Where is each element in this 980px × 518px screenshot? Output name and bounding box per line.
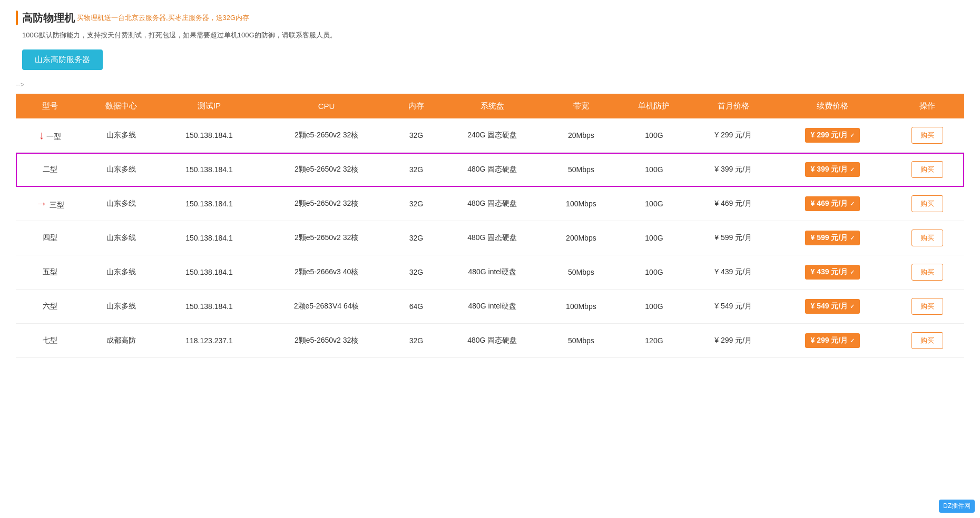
renewal-price-tag: ¥ 599 元/月 ✓: [805, 231, 860, 245]
cell-disk: 240G 固态硬盘: [439, 118, 545, 153]
page-title: 高防物理机: [22, 11, 75, 25]
col-header-renewal: 续费价格: [776, 94, 890, 118]
check-icon: ✓: [850, 235, 855, 242]
cell-action[interactable]: 购买: [890, 255, 964, 290]
cell-memory: 32G: [393, 221, 439, 255]
subtitle-text: 100G默认防御能力，支持按天付费测试，打死包退，如果需要超过单机100G的防御…: [22, 31, 964, 40]
table-row: 七型 成都高防 118.123.237.1 2颗e5-2650v2 32核 32…: [16, 324, 964, 358]
col-header-testip: 测试IP: [159, 94, 260, 118]
check-icon: ✓: [850, 269, 855, 276]
cell-protection: 100G: [617, 290, 691, 324]
cell-model: → 三型: [16, 187, 84, 221]
cell-action[interactable]: 购买: [890, 324, 964, 358]
cell-cpu: 2颗e5-2650v2 32核: [260, 187, 393, 221]
product-table: 型号 数据中心 测试IP CPU 内存 系统盘 带宽 单机防护 首月价格 续费价…: [16, 94, 964, 358]
buy-button[interactable]: 购买: [912, 264, 943, 281]
cell-renewal: ¥ 439 元/月 ✓: [776, 255, 890, 290]
buy-button[interactable]: 购买: [912, 298, 943, 315]
cell-memory: 32G: [393, 118, 439, 153]
cell-action[interactable]: 购买: [890, 118, 964, 153]
product-table-wrapper: 型号 数据中心 测试IP CPU 内存 系统盘 带宽 单机防护 首月价格 续费价…: [16, 94, 964, 358]
check-icon: ✓: [850, 166, 855, 173]
col-header-memory: 内存: [393, 94, 439, 118]
cell-model: 五型: [16, 255, 84, 290]
cell-testip: 118.123.237.1: [159, 324, 260, 358]
shandong-server-button[interactable]: 山东高防服务器: [22, 49, 103, 70]
table-row: ↓ 一型 山东多线 150.138.184.1 2颗e5-2650v2 32核 …: [16, 118, 964, 153]
cell-memory: 32G: [393, 187, 439, 221]
arrow-left-icon: →: [36, 197, 47, 210]
buy-button[interactable]: 购买: [912, 127, 943, 144]
cell-renewal: ¥ 299 元/月 ✓: [776, 324, 890, 358]
page-header: 高防物理机 买物理机送一台北京云服务器,买枣庄服务器，送32G内存: [16, 11, 964, 25]
cell-model: 四型: [16, 221, 84, 255]
renewal-price-tag: ¥ 549 元/月 ✓: [805, 299, 860, 314]
buy-button[interactable]: 购买: [912, 332, 943, 349]
check-icon: ✓: [850, 201, 855, 207]
table-row: 二型 山东多线 150.138.184.1 2颗e5-2650v2 32核 32…: [16, 153, 964, 187]
cell-disk: 480G intel硬盘: [439, 255, 545, 290]
cell-testip: 150.138.184.1: [159, 290, 260, 324]
cell-action[interactable]: 购买: [890, 153, 964, 187]
cell-datacenter: 山东多线: [84, 118, 159, 153]
cell-bandwidth: 50Mbps: [545, 153, 617, 187]
cell-datacenter: 山东多线: [84, 187, 159, 221]
cell-memory: 32G: [393, 324, 439, 358]
cell-model: ↓ 一型: [16, 118, 84, 153]
buy-button[interactable]: 购买: [912, 230, 943, 246]
col-header-first-month: 首月价格: [691, 94, 776, 118]
arrow-down-icon: ↓: [39, 128, 45, 142]
table-header-row: 型号 数据中心 测试IP CPU 内存 系统盘 带宽 单机防护 首月价格 续费价…: [16, 94, 964, 118]
cell-renewal: ¥ 469 元/月 ✓: [776, 187, 890, 221]
cell-bandwidth: 20Mbps: [545, 118, 617, 153]
cell-memory: 32G: [393, 255, 439, 290]
accent-bar: [16, 11, 18, 25]
cell-action[interactable]: 购买: [890, 290, 964, 324]
col-header-disk: 系统盘: [439, 94, 545, 118]
check-icon: ✓: [850, 303, 855, 310]
promo-text: 买物理机送一台北京云服务器,买枣庄服务器，送32G内存: [77, 13, 249, 23]
cell-renewal: ¥ 599 元/月 ✓: [776, 221, 890, 255]
col-header-cpu: CPU: [260, 94, 393, 118]
cell-disk: 480G 固态硬盘: [439, 187, 545, 221]
cell-bandwidth: 50Mbps: [545, 324, 617, 358]
cell-testip: 150.138.184.1: [159, 187, 260, 221]
cell-testip: 150.138.184.1: [159, 118, 260, 153]
cell-first-month: ¥ 399 元/月: [691, 153, 776, 187]
cell-testip: 150.138.184.1: [159, 153, 260, 187]
renewal-price-tag: ¥ 299 元/月 ✓: [805, 128, 860, 143]
cell-protection: 100G: [617, 153, 691, 187]
cell-renewal: ¥ 299 元/月 ✓: [776, 118, 890, 153]
col-header-protection: 单机防护: [617, 94, 691, 118]
renewal-price-tag: ¥ 439 元/月 ✓: [805, 265, 860, 280]
cell-cpu: 2颗e5-2650v2 32核: [260, 221, 393, 255]
renewal-price-tag: ¥ 469 元/月 ✓: [805, 196, 860, 211]
cell-protection: 100G: [617, 221, 691, 255]
cell-action[interactable]: 购买: [890, 187, 964, 221]
col-header-bandwidth: 带宽: [545, 94, 617, 118]
cell-bandwidth: 100Mbps: [545, 290, 617, 324]
cell-action[interactable]: 购买: [890, 221, 964, 255]
cell-bandwidth: 200Mbps: [545, 221, 617, 255]
table-row: 六型 山东多线 150.138.184.1 2颗e5-2683V4 64核 64…: [16, 290, 964, 324]
cell-disk: 480G 固态硬盘: [439, 221, 545, 255]
col-header-model: 型号: [16, 94, 84, 118]
cell-protection: 120G: [617, 324, 691, 358]
cell-bandwidth: 100Mbps: [545, 187, 617, 221]
cell-protection: 100G: [617, 187, 691, 221]
cell-cpu: 2颗e5-2683V4 64核: [260, 290, 393, 324]
cell-memory: 32G: [393, 153, 439, 187]
buy-button[interactable]: 购买: [912, 195, 943, 212]
renewal-price-tag: ¥ 299 元/月 ✓: [805, 333, 860, 348]
cell-bandwidth: 50Mbps: [545, 255, 617, 290]
cell-protection: 100G: [617, 255, 691, 290]
cell-disk: 480G 固态硬盘: [439, 324, 545, 358]
cell-cpu: 2颗e5-2650v2 32核: [260, 118, 393, 153]
cell-renewal: ¥ 549 元/月 ✓: [776, 290, 890, 324]
cell-datacenter: 山东多线: [84, 290, 159, 324]
cell-disk: 480G intel硬盘: [439, 290, 545, 324]
cell-datacenter: 山东多线: [84, 255, 159, 290]
buy-button[interactable]: 购买: [912, 161, 943, 178]
check-icon: ✓: [850, 132, 855, 139]
cell-first-month: ¥ 439 元/月: [691, 255, 776, 290]
